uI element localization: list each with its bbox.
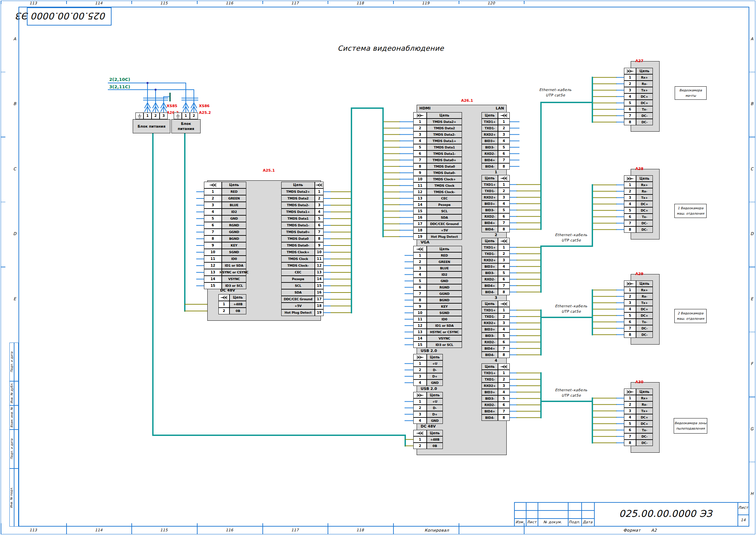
ruler-tick bbox=[66, 523, 67, 534]
ruler-tick bbox=[262, 1, 263, 4]
title-block-hline bbox=[514, 518, 594, 519]
a26-lan-main-signal: RXD2- bbox=[481, 150, 498, 157]
a25-hdmi-pin-number: 7 bbox=[315, 229, 324, 235]
row-letter-left: C bbox=[13, 167, 16, 171]
a25-hdmi-pin-number: 2 bbox=[315, 195, 324, 202]
a26-vga-signal: RED bbox=[427, 252, 462, 259]
a29-signal: DC+ bbox=[636, 312, 653, 319]
a26-lan-main-signal: TXD1+ bbox=[481, 119, 498, 125]
a25-hdmi-signal: TMDS Data0- bbox=[281, 242, 315, 249]
ruler-number-top: 115 bbox=[160, 1, 168, 5]
ruler-tick bbox=[1, 523, 1, 534]
a26-lan-main-pin-number: 1 bbox=[498, 119, 510, 125]
a26-hdmi-pin-number: 14 bbox=[413, 202, 427, 208]
row-letter-right: D bbox=[750, 232, 754, 236]
ruler-tick bbox=[328, 523, 328, 534]
a26-usb1-header-cell: Цепь bbox=[427, 354, 443, 360]
a26-lan-main-pin-number: 7 bbox=[498, 157, 510, 163]
a29-signal: DC+ bbox=[636, 306, 653, 312]
side-strip-label: Инв. № подл. bbox=[10, 487, 13, 508]
a25-dc-pin-number: 2 bbox=[218, 308, 229, 314]
a25-vga-pin-number: 10 bbox=[204, 249, 222, 256]
plug-socket-icon bbox=[315, 183, 323, 187]
a28-pin-number: 3 bbox=[624, 194, 636, 201]
a25-hdmi-header-cell: Цепь bbox=[281, 182, 315, 188]
title-block-vline bbox=[526, 502, 527, 527]
a26-lan-main-signal: BID3+ bbox=[481, 138, 498, 144]
side-strip-cell: Подп. и дата bbox=[9, 430, 14, 469]
a26-hdmi-signal: TMDS Clock- bbox=[427, 189, 462, 195]
side-strip-divider bbox=[14, 430, 14, 469]
ethernet-cable-label: UTP cat5e bbox=[561, 310, 581, 313]
a25-vga-pin-number: 3 bbox=[204, 202, 222, 209]
a26-vga-pin-number: 2 bbox=[413, 259, 427, 265]
a25-vga-pin-number: 9 bbox=[204, 242, 222, 249]
a26-vga-signal: ID1 or SDA bbox=[427, 322, 462, 329]
row-letter-right: F bbox=[751, 362, 753, 366]
drawing-layer: 025.00.00.0000 ЭЗ Система видеонаблюдени… bbox=[0, 0, 756, 535]
ruler-number-top: 119 bbox=[422, 1, 430, 5]
a26-vga-signal: GGND bbox=[427, 291, 462, 297]
a30-pin-number: 5 bbox=[624, 420, 636, 427]
plug-pin-icon bbox=[626, 177, 634, 181]
a27-pin-number: 7 bbox=[624, 113, 636, 119]
a29-icon-cell bbox=[624, 280, 636, 287]
a26-hdmi-pin-number: 15 bbox=[413, 208, 427, 214]
a26-vga-pin-number: 3 bbox=[413, 265, 427, 271]
ruler-tick bbox=[524, 1, 524, 4]
a26-lan-g1-signal: BID3+ bbox=[481, 200, 498, 207]
a25-hdmi-pin-number: 3 bbox=[315, 202, 324, 209]
a26-lan-g2-pin-number: 1 bbox=[498, 244, 510, 251]
a26-lan-g1-pin-number: 5 bbox=[498, 207, 510, 213]
side-strip-cell: Инв. № подл. bbox=[9, 469, 14, 527]
a25-vga-signal: ID1 or SDA bbox=[222, 262, 246, 269]
a28-pin-number: 8 bbox=[624, 226, 636, 233]
a26-hdmi-signal: SCL bbox=[427, 208, 462, 214]
row-letter-right: A bbox=[751, 37, 754, 41]
a26-lan-g2-pin-number: 6 bbox=[498, 276, 510, 282]
a26-usb2-pin-number: 4 bbox=[413, 417, 427, 424]
ruler-number-bottom: 117 bbox=[291, 528, 299, 532]
a26-lan-g4-pin-number: 8 bbox=[498, 414, 510, 421]
a29-pin-number: 2 bbox=[624, 293, 636, 300]
a25-hdmi-pin-number: 19 bbox=[315, 309, 324, 316]
camera-caption-line: Видеокамера bbox=[679, 88, 702, 93]
a27-pin-number: 2 bbox=[624, 81, 636, 87]
a26-hdmi-signal: TMDS Data2- bbox=[427, 131, 462, 138]
a27-pin-number: 6 bbox=[624, 106, 636, 113]
a26-lan-g2-pin-number: 5 bbox=[498, 270, 510, 276]
a27-pin-number: 8 bbox=[624, 119, 636, 125]
plug-socket-icon bbox=[220, 296, 228, 300]
a25-vga-signal: RGND bbox=[222, 222, 246, 229]
a26-hdmi-pin-number: 13 bbox=[413, 195, 427, 202]
a26-vga-header-cell: Цепь bbox=[427, 246, 462, 252]
psu-name-line: Блок питания bbox=[138, 124, 166, 129]
row-letter-right: G bbox=[750, 427, 754, 431]
a28-pin-number: 7 bbox=[624, 220, 636, 226]
a30-icon-cell bbox=[624, 389, 636, 395]
row-letter-left: A bbox=[13, 37, 16, 41]
lan-group-number: 1 bbox=[495, 170, 497, 174]
a25-vga-pin-number: 6 bbox=[204, 222, 222, 229]
a26-hdmi-signal: SDA bbox=[427, 214, 462, 221]
a26-usb1-pin-number: 2 bbox=[413, 367, 427, 373]
a26-hdmi-signal: CEC bbox=[427, 195, 462, 202]
a26-lan-g3-signal: RXD2- bbox=[481, 339, 498, 345]
a26-lan-g2-signal: BID3+ bbox=[481, 263, 498, 270]
row-letter-left: D bbox=[13, 232, 16, 236]
a25-hdmi-signal: TMDS Clock+ bbox=[281, 249, 315, 256]
a26-lan-g1-pin-number: 6 bbox=[498, 213, 510, 220]
psu-pin: 1 bbox=[182, 113, 190, 119]
a26-hdmi-pin-number: 2 bbox=[413, 125, 427, 131]
ruler-number-top: 117 bbox=[291, 1, 299, 5]
ruler-tick bbox=[393, 523, 394, 534]
a25-hdmi-pin-number: 8 bbox=[315, 235, 324, 242]
a27-signal: DC- bbox=[636, 119, 653, 125]
a26-lan-g1-header-cell: Цепь bbox=[481, 175, 498, 181]
a26-lan-main-signal: BID4- bbox=[481, 163, 498, 170]
a28-header-cell: Цепь bbox=[636, 175, 653, 182]
camera-caption-line: 1 Видеокамера bbox=[678, 206, 703, 211]
a26-vga-signal: RGND bbox=[427, 284, 462, 291]
a26-usb2-signal: GND bbox=[427, 417, 443, 424]
a26-vga-signal: ID2 bbox=[427, 271, 462, 278]
